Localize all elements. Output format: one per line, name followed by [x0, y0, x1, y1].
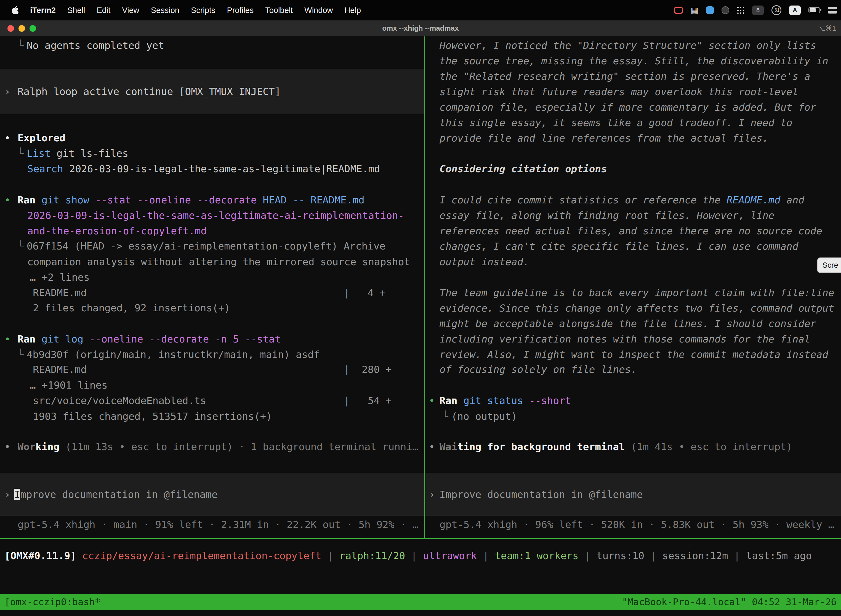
thinking-text: output instead.: [440, 256, 529, 267]
window-title-bar[interactable]: omx --xhigh --madmax ⌥⌘1: [0, 21, 841, 37]
tree-branch-icon: └: [18, 40, 24, 51]
menu-item-session[interactable]: Session: [145, 6, 185, 15]
screen-record-indicator-icon[interactable]: [674, 7, 683, 14]
tmux-session-window: [omx-cczip0:bash*: [4, 596, 100, 607]
thinking-line: The team guideline is to back every impo…: [440, 285, 834, 301]
menu-item-iterm2[interactable]: iTerm2: [24, 6, 62, 15]
diffstat-text: 1903 files changed, 513517 insertions(+): [33, 411, 272, 422]
grid-status-icon[interactable]: ▦: [691, 6, 698, 14]
ran-git-status-line: •Ran git status --short: [429, 393, 571, 408]
model-status-line: gpt-5.4 xhigh · main · 91% left · 2.31M …: [18, 517, 418, 532]
thinking-line: this single essay, it seems like a good …: [440, 115, 793, 131]
ralph-inject-banner[interactable]: ›Ralph loop active continue [OMX_TMUX_IN…: [0, 69, 424, 114]
key-8-badge-icon[interactable]: 8: [752, 6, 764, 15]
menu-item-scripts[interactable]: Scripts: [185, 6, 221, 15]
control-center-icon[interactable]: [828, 7, 837, 13]
prompt-chevron-icon: ›: [4, 489, 10, 500]
working-shimmer-text: Wor: [18, 441, 35, 452]
composer-input[interactable]: ›Improve documentation in @filename: [425, 473, 841, 516]
pane-divider-horizontal: [0, 538, 841, 539]
blue-app-status-icon[interactable]: [706, 6, 714, 14]
menu-item-profiles[interactable]: Profiles: [221, 6, 259, 15]
left-terminal-pane[interactable]: └No agents completed yet ›Ralph loop act…: [0, 37, 424, 538]
tree-branch-icon: └: [18, 241, 24, 252]
separator: |: [644, 550, 662, 561]
command-flags: --oneline --decorate -n 5 --stat: [89, 333, 281, 345]
separator: |: [579, 550, 596, 561]
command-arg-wrap-line: 2026-03-09-is-legal-the-same-as-legitima…: [27, 208, 404, 223]
menu-item-shell[interactable]: Shell: [62, 6, 91, 15]
ran-label: Ran: [18, 333, 42, 345]
menu-bar: iTerm2 Shell Edit View Session Scripts P…: [0, 0, 841, 21]
apple-menu-icon[interactable]: [11, 6, 21, 15]
model-status-text: gpt-5.4 xhigh · main · 91% left · 2.31M …: [18, 519, 418, 530]
thinking-text: evidence. Since this change only affects…: [440, 302, 834, 314]
separator: |: [728, 550, 746, 561]
command-flags: --short: [529, 395, 571, 406]
bullet-icon: •: [429, 395, 435, 406]
diffstat-summary-line: 2 files changed, 92 insertions(+): [33, 300, 230, 316]
search-label: Search: [27, 163, 63, 175]
menu-item-view[interactable]: View: [116, 6, 145, 15]
thinking-text: might be acceptable alongside the file l…: [440, 318, 816, 329]
separator: |: [405, 550, 423, 561]
diffstat-text: src/voice/voiceModeEnabled.ts | 54 +: [33, 395, 391, 406]
output-text: (no output): [451, 411, 517, 422]
tree-branch-icon: └: [18, 148, 24, 159]
thinking-line: the "Related research writing" section i…: [440, 69, 810, 84]
model-status-text: gpt-5.4 xhigh · 96% left · 520K in · 5.8…: [440, 519, 834, 530]
thinking-text: essay file, along with finding root file…: [440, 210, 775, 221]
menu-item-toolbelt[interactable]: Toolbelt: [259, 6, 299, 15]
window-title: omx --xhigh --madmax: [0, 21, 841, 36]
ran-git-log-line: •Ran git log --oneline --decorate -n 5 -…: [4, 331, 281, 347]
diffstat-text: 2 files changed, 92 insertions(+): [33, 302, 230, 314]
bullet-icon: •: [4, 441, 10, 452]
thinking-line: provide file and line references from th…: [440, 131, 768, 146]
input-source-a-icon[interactable]: A: [789, 6, 801, 15]
thinking-text: the source tree, missing the essay. Stil…: [440, 55, 828, 66]
dots-grid-status-icon[interactable]: [737, 7, 744, 14]
thinking-line: slight risk that future readers may over…: [440, 84, 798, 100]
diffstat-text: README.md | 280 +: [33, 364, 391, 375]
thinking-text: review. Also, I might want to inspect th…: [440, 349, 828, 360]
menu-item-window[interactable]: Window: [299, 6, 338, 15]
working-meta: (11m 13s • esc to interrupt) · 1 backgro…: [59, 441, 418, 452]
model-status-line: gpt-5.4 xhigh · 96% left · 520K in · 5.8…: [440, 517, 834, 532]
command-arg-text: 2026-03-09-is-legal-the-same-as-legitima…: [27, 210, 404, 221]
menubar-status-area: ▦ 8 .61 A: [674, 5, 837, 15]
git-status-output-line: └(no output): [442, 409, 517, 424]
screen-edge-popover[interactable]: Scre: [817, 258, 841, 273]
separator: |: [477, 550, 495, 561]
command-flags: --stat --oneline --decorate: [95, 194, 263, 205]
thinking-text: I could cite commit statistics or refere…: [440, 194, 727, 205]
battery-icon[interactable]: [809, 7, 820, 13]
prompt-chevron-icon: ›: [4, 86, 10, 97]
menu-item-help[interactable]: Help: [338, 6, 367, 15]
command-text: git status: [463, 395, 529, 406]
list-command: git ls-files: [50, 148, 128, 159]
diffstat-line: README.md | 4 +: [33, 285, 386, 301]
tmux-status-bar: [omx-cczip0:bash*"MacBook-Pro-44.local" …: [0, 594, 841, 610]
thinking-text: this single essay, it seems like a good …: [440, 117, 793, 128]
thinking-text: of focusing solely on file lines.: [440, 364, 637, 375]
menu-item-edit[interactable]: Edit: [91, 6, 116, 15]
thinking-text: However, I noticed the "Directory Struct…: [440, 40, 816, 51]
tmux-host-clock: "MacBook-Pro-44.local" 04:52 31-Mar-26: [622, 596, 837, 607]
omx-turns-counter: turns:10: [596, 550, 644, 561]
bullet-icon: •: [4, 132, 10, 144]
omx-team-counter: team:1 workers: [495, 550, 578, 561]
command-text: git log: [41, 333, 89, 345]
tree-branch-icon: └: [442, 411, 448, 422]
thinking-line: review. Also, I might want to inspect th…: [440, 347, 828, 362]
right-terminal-pane[interactable]: However, I noticed the "Directory Struct…: [425, 37, 841, 538]
command-args: HEAD -- README.md: [263, 194, 364, 205]
output-ellipsis-line: … +1901 lines: [30, 378, 108, 393]
output-text: 067f154 (HEAD -> essay/ai-reimplementati…: [27, 241, 385, 252]
explored-list-line: └List git ls-files: [18, 146, 128, 161]
thinking-text: slight risk that future readers may over…: [440, 86, 798, 97]
composer-input[interactable]: ›Improve documentation in @filename: [0, 473, 424, 516]
thinking-text: companion file, especially if more comme…: [440, 101, 816, 113]
round-app-status-icon[interactable]: [722, 6, 729, 14]
bullet-icon: •: [4, 194, 10, 205]
gauge-61-status-icon[interactable]: .61: [771, 5, 781, 15]
